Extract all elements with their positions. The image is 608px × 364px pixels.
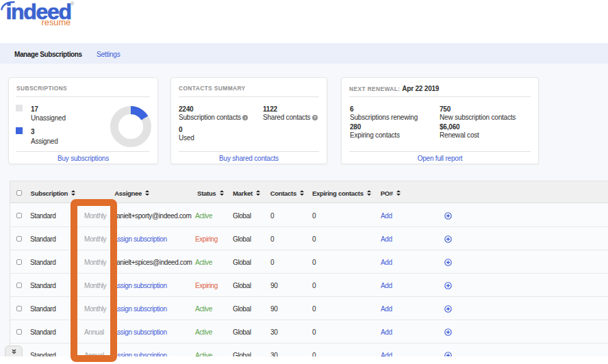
svg-text:resume: resume — [42, 17, 71, 27]
svg-text:®: ® — [71, 1, 75, 6]
